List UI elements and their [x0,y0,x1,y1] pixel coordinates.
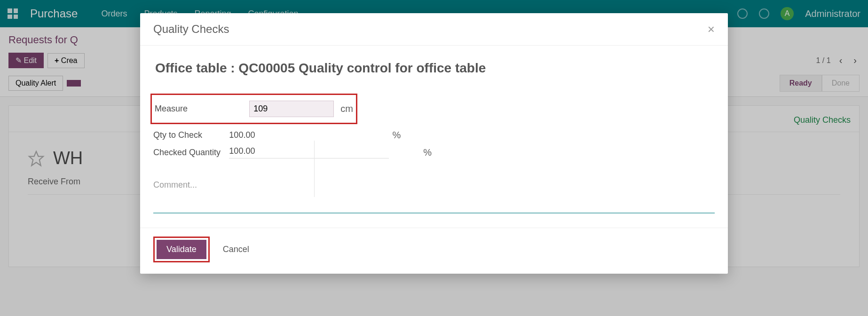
qty-to-check-label: Qty to Check [153,130,229,140]
form-divider [314,141,315,197]
checked-qty-label: Checked Quantity [153,148,229,158]
comment-placeholder: Comment... [153,180,197,190]
modal-title: Quality Checks [153,23,229,36]
measure-highlight: Measure cm [150,94,357,124]
checked-qty-unit: % [423,147,432,158]
modal-body: Office table : QC00005 Quality control f… [140,46,728,228]
qty-to-check-value: 100.00 [229,130,255,140]
comment-input[interactable]: Comment... [153,174,715,213]
quality-checks-modal: Quality Checks × Office table : QC00005 … [140,13,728,274]
measure-label: Measure [155,104,249,114]
close-icon[interactable]: × [708,23,715,35]
cancel-button[interactable]: Cancel [223,245,249,254]
validate-button[interactable]: Validate [157,240,206,259]
modal-footer: Validate Cancel [140,228,728,274]
modal-header: Quality Checks × [140,13,728,46]
modal-subtitle: Office table : QC00005 Quality control f… [155,61,713,76]
measure-input[interactable] [249,101,334,117]
validate-highlight: Validate [153,237,210,262]
measure-unit: cm [340,103,353,114]
checked-qty-value[interactable]: 100.00 [229,146,389,158]
qty-to-check-unit: % [392,130,401,141]
